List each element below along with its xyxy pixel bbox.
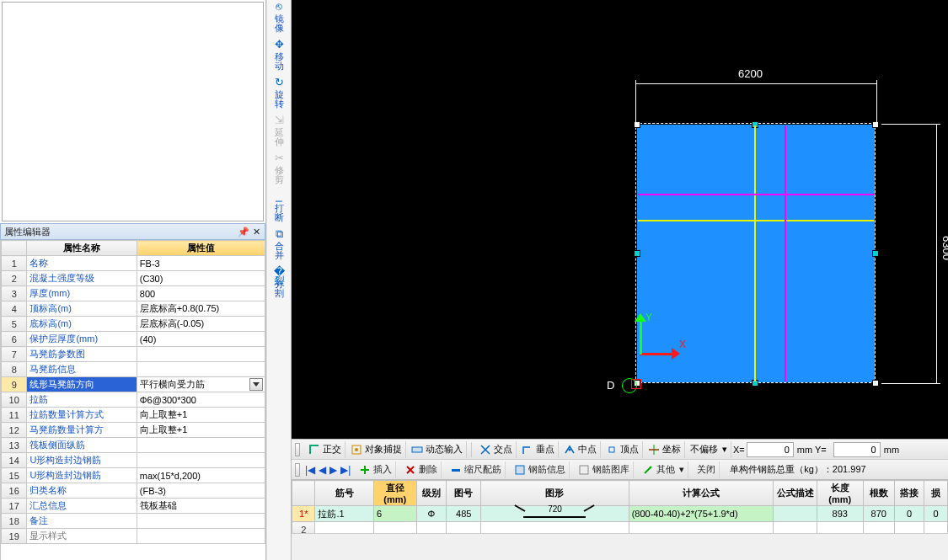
close-icon[interactable]: ✕ — [251, 227, 261, 237]
dyninput-toggle[interactable]: 动态输入 — [408, 441, 467, 458]
vtool-移动[interactable]: ✥移动 — [269, 40, 289, 71]
arrow-up-icon — [635, 313, 646, 322]
svg-point-1 — [355, 448, 358, 451]
delete-button[interactable]: 删除 — [401, 461, 442, 478]
property-row[interactable]: 14U形构造封边钢筋 — [2, 453, 265, 468]
rebar-col-header[interactable] — [292, 481, 315, 506]
rebar-col-header[interactable]: 计算公式 — [629, 481, 774, 506]
snap-top[interactable]: 顶点 — [603, 441, 643, 458]
rebar-col-header[interactable]: 根数 — [863, 481, 894, 506]
property-row[interactable]: 2混凝土强度等级(C30) — [2, 271, 265, 286]
property-row[interactable]: 7马凳筋参数图 — [2, 347, 265, 362]
grid-line — [638, 220, 874, 221]
osnap-toggle[interactable]: 对象捕捉 — [347, 441, 406, 458]
tree-panel-blank — [2, 2, 264, 221]
vtool-打断[interactable]: ⎯打断 — [269, 191, 289, 222]
property-panel-titlebar[interactable]: 属性编辑器 📌 ✕ — [0, 223, 265, 240]
resize-handle[interactable] — [872, 380, 879, 387]
property-grid[interactable]: 属性名称 属性值 1名称FB-32混凝土强度等级(C30)3厚度(mm)8004… — [0, 240, 265, 560]
grip-icon[interactable] — [295, 443, 300, 456]
property-row[interactable]: 19显示样式 — [2, 529, 265, 544]
table-row[interactable]: 1* 拉筋.1 6 Φ 485 720 (800-40-40)+2*(75+1.… — [292, 506, 948, 522]
y-input[interactable] — [833, 442, 881, 457]
vtool-旋转[interactable]: ↻旋转 — [269, 77, 289, 109]
rebar-col-header[interactable]: 级别 — [416, 481, 447, 506]
svg-rect-4 — [609, 447, 614, 452]
nav-prev-icon[interactable]: ◀ — [319, 464, 326, 476]
snap-perp[interactable]: 垂点 — [518, 441, 559, 458]
table-row[interactable]: 2 — [292, 522, 948, 534]
col-prop-name[interactable]: 属性名称 — [27, 241, 137, 256]
rebar-grid[interactable]: 筋号直径(mm)级别图号图形计算公式公式描述长度(mm)根数搭接损 1* 拉筋.… — [292, 479, 948, 533]
ucs-y-axis — [640, 321, 642, 355]
grip-icon[interactable] — [295, 463, 300, 477]
dim-ext-line — [876, 80, 877, 126]
property-row[interactable]: 16归类名称(FB-3) — [2, 483, 265, 499]
dim-ext-line — [881, 124, 940, 125]
property-row[interactable]: 5底标高(m)层底标高(-0.05) — [2, 317, 265, 332]
property-row[interactable]: 6保护层厚度(mm)(40) — [2, 332, 265, 347]
scale-rebar-button[interactable]: 缩尺配筋 — [447, 461, 506, 478]
x-input[interactable] — [747, 442, 794, 457]
property-row[interactable]: 13筏板侧面纵筋 — [2, 438, 265, 453]
dimension-right: 6300 — [940, 236, 948, 260]
rebar-col-header[interactable]: 公式描述 — [774, 481, 817, 506]
insert-button[interactable]: 插入 — [356, 461, 396, 478]
bottom-spacer — [292, 533, 948, 560]
rebar-col-header[interactable]: 图号 — [447, 481, 481, 506]
vtool-修剪: ✂修剪 — [269, 153, 289, 184]
origin-marker — [631, 379, 641, 389]
rebar-col-header[interactable]: 损 — [924, 481, 948, 506]
vtool-合并[interactable]: ⧉合并 — [269, 229, 289, 260]
close-button[interactable]: 关闭 — [694, 461, 720, 478]
rebar-col-header[interactable]: 搭接 — [894, 481, 924, 506]
resize-handle[interactable] — [872, 250, 879, 257]
rebar-col-header[interactable]: 筋号 — [315, 481, 373, 506]
snap-coord[interactable]: 坐标 — [645, 441, 685, 458]
vertical-toolbar: ⎋镜像✥移动↻旋转⇲延伸✂修剪⎯打断⧉合并�裂分割 — [266, 0, 292, 560]
offset-mode-select[interactable]: 不偏移 ▾ — [687, 441, 731, 458]
rebar-col-header[interactable]: 图形 — [481, 481, 629, 506]
property-row[interactable]: 15U形构造封边钢筋max(15*d,200) — [2, 468, 265, 483]
rebar-info-button[interactable]: 钢筋信息 — [511, 461, 570, 478]
rebar-library-button[interactable]: 钢筋图库 — [575, 461, 634, 478]
axis-y-label: Y — [645, 312, 652, 323]
ortho-toggle[interactable]: 正交 — [305, 441, 345, 458]
rebar-line — [785, 125, 786, 381]
svg-rect-2 — [412, 447, 422, 452]
rebar-col-header[interactable]: 直径(mm) — [373, 481, 416, 506]
svg-rect-5 — [452, 469, 460, 472]
y-unit: mm — [884, 445, 899, 455]
nav-last-icon[interactable]: ▶| — [340, 464, 351, 476]
rebar-line — [638, 194, 874, 195]
svg-point-3 — [569, 448, 571, 451]
vtool-镜像[interactable]: ⎋镜像 — [269, 2, 289, 33]
property-row[interactable]: 12马凳筋数量计算方向上取整+1 — [2, 423, 265, 438]
drawing-canvas[interactable]: 6200 6300 X Y D — [292, 0, 948, 439]
property-row[interactable]: 3厚度(mm)800 — [2, 286, 265, 301]
property-row[interactable]: 18备注 — [2, 514, 265, 529]
property-row[interactable]: 17汇总信息筏板基础 — [2, 499, 265, 514]
property-row[interactable]: 1名称FB-3 — [2, 256, 265, 271]
resize-handle[interactable] — [872, 121, 879, 128]
resize-handle[interactable] — [634, 250, 640, 257]
snap-cross[interactable]: 交点 — [476, 441, 517, 458]
rebar-col-header[interactable]: 长度(mm) — [817, 481, 863, 506]
property-row[interactable]: 10拉筋Φ6@300*300 — [2, 392, 265, 408]
pin-icon[interactable]: 📌 — [238, 227, 248, 237]
dropdown-arrow-icon[interactable] — [249, 378, 263, 391]
property-row[interactable]: 4顶标高(m)层底标高+0.8(0.75) — [2, 301, 265, 317]
nav-first-icon[interactable]: |◀ — [305, 464, 315, 476]
other-button[interactable]: 其他▾ — [639, 461, 688, 478]
nav-next-icon[interactable]: ▶ — [329, 464, 337, 476]
property-row[interactable]: 9线形马凳筋方向平行横向受力筋 — [2, 377, 265, 392]
col-prop-value[interactable]: 属性值 — [137, 241, 265, 256]
status-bar: 正交 对象捕捉 动态输入 交点 垂点 中点 — [292, 439, 948, 459]
svg-rect-6 — [516, 466, 524, 474]
vtool-延伸: ⇲延伸 — [269, 115, 289, 147]
property-row[interactable]: 11拉筋数量计算方式向上取整+1 — [2, 408, 265, 423]
vtool-分割[interactable]: �裂分割 — [269, 267, 289, 298]
svg-rect-7 — [580, 466, 588, 474]
property-row[interactable]: 8马凳筋信息 — [2, 362, 265, 377]
snap-mid[interactable]: 中点 — [560, 441, 601, 458]
